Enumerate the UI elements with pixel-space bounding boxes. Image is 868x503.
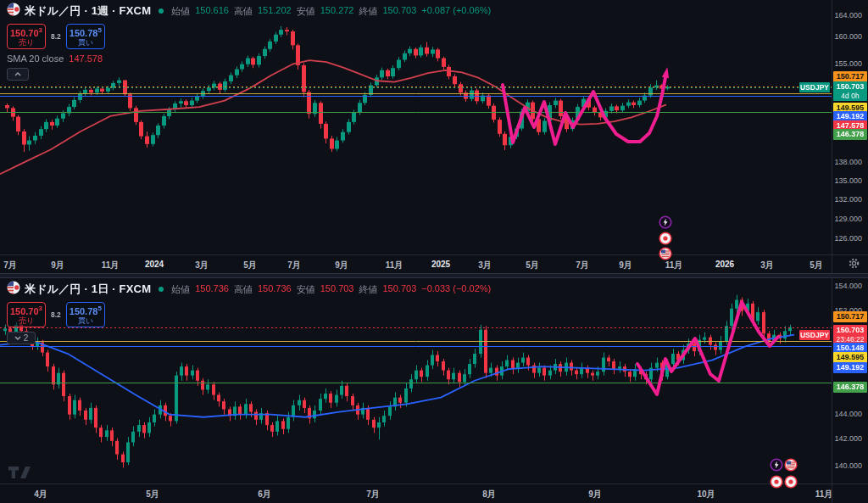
price-tag: 149.192 [833, 362, 867, 373]
gear-icon[interactable] [848, 257, 861, 271]
price-axis-tick: 160.000 [834, 32, 862, 41]
price-axis-tick: 126.000 [834, 234, 862, 243]
tradingview-watermark[interactable] [8, 467, 31, 483]
trading-platform: 7月9月11月20243月5月7月9月11月20253月5月7月9月11月202… [0, 0, 868, 503]
price-tag: 146.378 [833, 129, 867, 140]
time-axis-label: 11月 [815, 489, 833, 500]
time-axis-label: 11月 [386, 260, 403, 271]
time-axis-label: 11月 [102, 260, 120, 271]
time-axis-label: 3月 [478, 260, 492, 271]
symbol-title[interactable]: 米ドル／円 · 1日 · FXCM [25, 282, 151, 297]
chevron-up-icon [14, 72, 21, 76]
price-axis-tick: 138.000 [834, 158, 862, 166]
daily-time-axis[interactable]: 4月5月6月7月8月9月10月11月 [0, 483, 868, 502]
price-axis-tick: 154.000 [834, 282, 862, 290]
market-status-dot[interactable] [159, 8, 164, 14]
price-tag: 146.378 [833, 382, 867, 393]
spread-value: 8.2 [51, 32, 61, 41]
event-us-flag-icon[interactable] [784, 458, 798, 472]
time-axis-label: 9月 [619, 260, 632, 271]
price-axis-tick: 164.000 [834, 11, 862, 20]
event-flash-icon[interactable] [770, 458, 783, 472]
price-axis-tick: 135.000 [834, 176, 862, 185]
sell-button[interactable]: 150.703 売り [7, 302, 46, 327]
time-axis-label: 11月 [665, 260, 683, 271]
symbol-price-tag: USDJPY [799, 330, 830, 340]
price-axis-tick: 155.000 [834, 59, 862, 68]
time-axis-label: 4月 [34, 489, 47, 500]
spread-value: 8.2 [51, 310, 61, 319]
symbol-price-tag: USDJPY [799, 82, 830, 92]
time-axis-label: 3月 [760, 260, 774, 271]
time-axis-label: 7月 [287, 260, 301, 271]
time-axis-label: 5月 [810, 260, 823, 271]
change-value: +0.087 (+0.06%) [421, 5, 491, 18]
event-jp-flag-icon[interactable] [784, 475, 798, 489]
time-axis-label: 7月 [366, 489, 380, 500]
buy-button[interactable]: 150.785 買い [66, 302, 105, 327]
market-status-dot[interactable] [159, 287, 164, 292]
weekly-time-axis[interactable]: 7月9月11月20243月5月7月9月11月20253月5月7月9月11月202… [0, 254, 868, 273]
legend-expand-button[interactable]: 2 [7, 332, 36, 344]
legend-collapse-button[interactable] [7, 68, 29, 81]
price-axis-tick: 129.000 [834, 215, 862, 223]
buy-button[interactable]: 150.785 買い [66, 24, 105, 49]
daily-header: 米ドル／円 · 1日 · FXCM 始値150.736 高値150.736 安値… [7, 282, 491, 344]
weekly-header: 米ドル／円 · 1週 · FXCM 始値150.616 高値151.202 安値… [7, 3, 491, 81]
time-axis-label: 9月 [588, 489, 602, 500]
price-tag: 150.717 [833, 311, 867, 322]
symbol-title[interactable]: 米ドル／円 · 1週 · FXCM [25, 3, 151, 19]
price-axis-tick: 140.000 [834, 461, 862, 470]
event-us-flag-icon[interactable] [659, 247, 672, 260]
hidden-indicator-count: 2 [24, 333, 29, 343]
time-axis-label: 7月 [576, 260, 589, 271]
chevron-down-icon [14, 336, 21, 340]
time-axis-label: 5月 [526, 260, 539, 271]
price-axis-tick: 144.000 [834, 410, 862, 418]
indicator-legend[interactable]: SMA 20 close147.578 [7, 53, 491, 64]
price-tag: 150.70323:46:22 [833, 325, 867, 344]
time-axis-label: 3月 [195, 260, 209, 271]
time-axis-label: 5月 [243, 260, 257, 271]
time-axis-label: 9月 [51, 260, 64, 271]
time-axis-label: 8月 [482, 489, 496, 500]
time-axis-label: 9月 [335, 260, 348, 271]
event-jp-flag-icon[interactable] [770, 475, 783, 489]
time-axis-label: 2025 [431, 260, 450, 269]
ohlc-readout: 始値150.736 高値150.736 安値150.703 終値150.703 … [171, 283, 491, 296]
price-axis-border [832, 0, 832, 503]
time-axis-label: 10月 [697, 489, 715, 500]
symbol-flag-icon [7, 3, 20, 20]
time-axis-label: 7月 [3, 260, 17, 271]
price-tag: 150.7034d 0h [833, 81, 867, 101]
time-axis-label: 6月 [258, 489, 271, 500]
event-flash-icon[interactable] [659, 215, 672, 229]
time-axis-label: 2026 [715, 260, 734, 269]
change-value: −0.033 (−0.02%) [421, 283, 491, 296]
symbol-flag-icon [7, 281, 20, 298]
price-axis-tick: 132.000 [834, 195, 862, 204]
ohlc-readout: 始値150.616 高値151.202 安値150.272 終値150.703 … [171, 5, 491, 18]
price-axis-tick: 142.000 [834, 434, 862, 443]
sell-button[interactable]: 150.703 売り [7, 24, 46, 49]
panel-divider[interactable] [0, 273, 868, 278]
time-axis-label: 2024 [145, 260, 164, 269]
time-axis-label: 5月 [146, 489, 159, 500]
event-jp-flag-icon[interactable] [659, 232, 672, 245]
